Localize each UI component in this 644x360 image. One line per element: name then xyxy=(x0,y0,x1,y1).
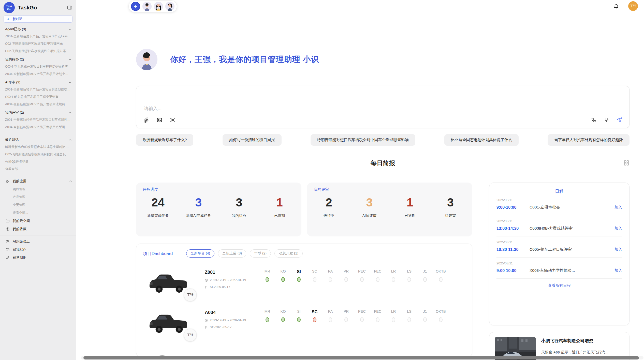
tab-model-year[interactable]: 年型 (2) xyxy=(250,249,271,258)
project-owner-badge: 王强 xyxy=(184,329,197,341)
project-flag: SI-2025-05-17 xyxy=(205,285,259,289)
sidebar-item[interactable]: A034-全新新能源MUV产品开发项目造型可行性评审 xyxy=(0,124,76,131)
sidebar-item[interactable]: Z001-全新燃油皮卡产品开发项目SI节点Lesson Learn报告 xyxy=(0,33,76,40)
sidebar-item-help-me-write[interactable]: 帮我写作 xyxy=(0,246,76,254)
sidebar-item-creative-drawing[interactable]: 创意制图 xyxy=(0,254,76,262)
app-link-project-mgmt[interactable]: 项目管理 xyxy=(0,185,76,193)
schedule-event-title: C005-整车工程目标评审 xyxy=(530,247,611,252)
schedule-date: 2025/03/11 xyxy=(496,261,622,265)
tab-powertrain-dev[interactable]: 动总开发 (1) xyxy=(274,249,303,258)
project-row[interactable]: 王强 A034 2023-12-19 ~ 2026-01-19 SC-2025-… xyxy=(143,309,465,337)
milestone-label: PEC xyxy=(354,269,370,274)
microphone-icon[interactable] xyxy=(604,117,609,123)
sidebar-item-my-apps[interactable]: 我的应用 xyxy=(0,177,76,185)
milestone-label: KO xyxy=(275,309,291,314)
milestone-dots xyxy=(259,276,465,284)
suggestion-chip[interactable]: 比亚迪全固态电池计划具体说了什么 xyxy=(444,134,519,146)
milestone-label: FEC xyxy=(370,269,386,274)
chevron-up-icon[interactable] xyxy=(69,28,71,31)
assistant-greeting: 你好，王强，我是你的项目管理助理 小识 xyxy=(170,54,319,65)
section-label: AI评审 (3) xyxy=(5,80,20,85)
chevron-up-icon[interactable] xyxy=(69,181,72,183)
schedule-item: 2025/03/11 9:00-10:00 X003-车辆动力学性能验... 加… xyxy=(496,258,622,279)
milestone-label: J1 xyxy=(417,309,433,314)
stat-value: 3 xyxy=(227,196,251,209)
scrollbar-thumb[interactable] xyxy=(83,356,639,359)
layout-grid-icon[interactable] xyxy=(623,160,630,166)
quill-icon xyxy=(6,256,10,260)
app-link-product-mgmt[interactable]: 产品管理 xyxy=(0,193,76,201)
member-avatar[interactable] xyxy=(142,2,152,11)
tab-all-new-platform[interactable]: 全新平台 (4) xyxy=(186,249,214,258)
add-member-button[interactable]: + xyxy=(131,2,140,11)
milestone-label: J1 xyxy=(417,269,433,274)
sidebar-item[interactable]: A034-全新新能源MUV产品开发项目计划变更表编写 xyxy=(0,70,76,78)
join-link[interactable]: 加入 xyxy=(614,205,622,210)
section-label: 最近对话 xyxy=(5,138,19,142)
scissors-icon[interactable] xyxy=(170,117,175,123)
project-row[interactable]: 王强 Z001 2023-12-19 ~ 2027-01-19 SI-2025-… xyxy=(143,269,465,297)
stat-overdue: 1 已逾期 xyxy=(267,196,292,218)
tab-all-new-body[interactable]: 全新上装 (3) xyxy=(218,249,246,258)
recent-chat-item[interactable]: 公司Q3轻卡销量 xyxy=(0,158,76,166)
suggestion-chip[interactable]: 如何写一份清晰的项目周报 xyxy=(223,134,282,146)
sidebar-item[interactable]: C02-飞腾新能源轻客改款项目立项汇报方案 xyxy=(0,48,76,55)
schedule-card: 日程 2025/03/11 9:00-10:00 C001-立项审批会 加入 2… xyxy=(489,183,630,325)
milestone-rail: MR KO SI SC PA PR PEC FEC LR LS J1 xyxy=(259,309,465,324)
sidebar-item[interactable]: Z001-全新燃油轻卡产品开发项目SI造型提交物评审 xyxy=(0,86,76,93)
suggestion-chip[interactable]: 欧洲新规最近颁布了什么? xyxy=(136,134,193,146)
milestone-label: MR xyxy=(259,309,275,314)
join-link[interactable]: 加入 xyxy=(614,268,622,273)
member-avatar[interactable] xyxy=(165,2,174,11)
chevron-up-icon[interactable] xyxy=(69,59,71,61)
suggestion-chip[interactable]: 当下年轻人对汽车外观有怎样的喜好趋势 xyxy=(548,134,630,146)
new-chat-button[interactable]: ＋ 新对话 xyxy=(4,16,72,23)
section-ai-review: AI评审 (3) xyxy=(0,78,76,86)
send-icon[interactable] xyxy=(617,117,622,123)
sidebar-toggle-icon[interactable] xyxy=(67,5,72,10)
star-badge-icon xyxy=(6,227,10,231)
join-link[interactable]: 加入 xyxy=(614,247,622,252)
attachment-icon[interactable] xyxy=(143,117,149,123)
chevron-up-icon[interactable] xyxy=(69,82,71,84)
app-link-change-mgmt[interactable]: 变更管理 xyxy=(0,201,76,209)
milestone-labels: MR KO SI SC PA PR PEC FEC LR LS J1 xyxy=(259,269,465,274)
project-date-range: 2023-12-19 ~ 2026-01-19 xyxy=(210,319,246,322)
image-icon[interactable] xyxy=(157,117,162,123)
dashboard-title: 项目Dashboard xyxy=(143,251,183,257)
sidebar-item[interactable]: C0X4-动力总成开发项目工程变更评审 xyxy=(0,93,76,101)
schedule-event-title: C001-立项审批会 xyxy=(530,205,611,210)
sidebar-item[interactable]: A034-全新新能源MUV产品开发项目法规符合性评审 xyxy=(0,101,76,108)
member-avatar[interactable] xyxy=(154,2,163,11)
chevron-up-icon[interactable] xyxy=(69,139,71,142)
suggestion-chips: 欧洲新规最近颁布了什么? 如何写一份清晰的项目周报 特朗普可能对进口汽车增税会对… xyxy=(136,134,630,146)
join-link[interactable]: 加入 xyxy=(614,226,622,231)
milestone-label-current: SI xyxy=(291,269,307,274)
project-code: Z001 xyxy=(205,270,259,275)
app-link-view-all[interactable]: 查看全部... xyxy=(0,209,76,217)
view-all-schedule-link[interactable]: 查看所有日程 xyxy=(496,283,622,288)
suggestion-chip[interactable]: 特朗普可能对进口汽车增税会对中国车企造成哪些影响 xyxy=(311,134,415,146)
sidebar-item-ai-super-staff[interactable]: AI超级员工 xyxy=(0,237,76,246)
recent-chat-item[interactable]: 解释最新出台的欧盟报废车法规再生塑料比例被调至15%... xyxy=(0,143,76,151)
daily-briefing-header: 每日简报 xyxy=(136,159,630,167)
chevron-up-icon[interactable] xyxy=(69,112,71,114)
schedule-item: 2025/03/11 9:00-10:00 C001-立项审批会 加入 xyxy=(496,194,622,215)
recent-chat-item[interactable]: C02-飞腾新能源轻客改款项目的闭环通告反馈情况 xyxy=(0,151,76,158)
user-avatar[interactable]: 王强 xyxy=(628,1,638,11)
help-me-write-label: 帮我写作 xyxy=(13,247,26,252)
my-apps-label: 我的应用 xyxy=(13,179,67,184)
sidebar-item[interactable]: Z001-全新燃油轻卡产品开发项目SI节点属性5D文件评审 xyxy=(0,116,76,124)
recent-chat-view-all[interactable]: 查看全部... xyxy=(0,166,76,173)
sidebar-item-favorites[interactable]: 我的收藏 xyxy=(0,225,76,233)
sidebar-item-cloud-space[interactable]: 我的云空间 xyxy=(0,217,76,225)
phone-icon[interactable] xyxy=(591,117,597,123)
schedule-time: 9:00-10:00 xyxy=(496,205,530,210)
sidebar-item[interactable]: C02-飞腾新能源轻客改款项目里程碑画布 xyxy=(0,40,76,48)
milestone-label: PR xyxy=(338,309,354,314)
sidebar-item[interactable]: C0X4-动力总成开发项目SI里程碑提交物检查 xyxy=(0,63,76,70)
news-card[interactable]: 小鹏飞行汽车制造公司增资 天眼查 App 显示，近日广州汇天飞行汽... xyxy=(489,332,630,360)
stat-label: 已逾期 xyxy=(267,214,292,218)
chat-input-box[interactable]: 请输入... xyxy=(136,86,630,128)
project-dates: 2023-12-19 ~ 2026-01-19 xyxy=(205,319,259,322)
